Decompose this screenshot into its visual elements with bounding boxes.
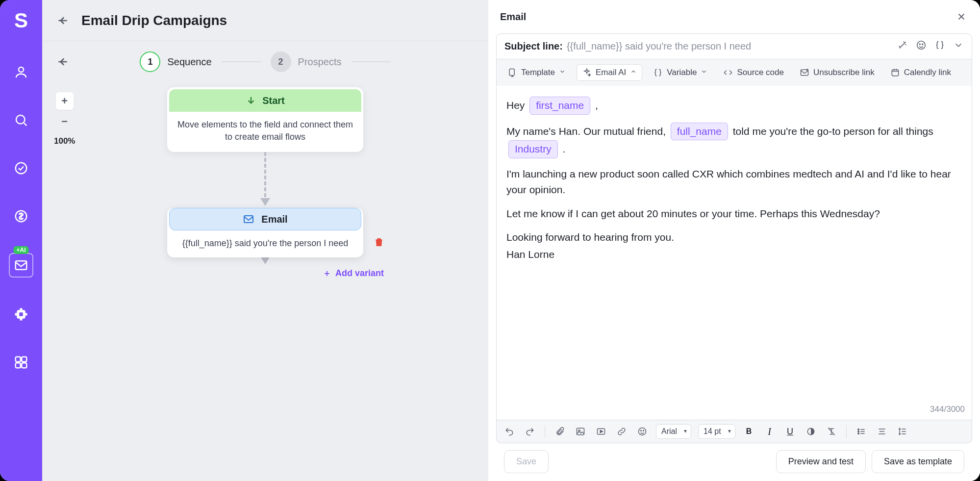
step-2-label: Prospects: [298, 56, 342, 68]
extensions-icon[interactable]: [10, 303, 32, 326]
nav-rail-items: +AI: [9, 61, 33, 374]
undo-button[interactable]: [503, 425, 516, 438]
separator: [846, 425, 847, 438]
unsubscribe-link-button[interactable]: Unsubscribe link: [795, 65, 879, 80]
page-header: Email Drip Campaigns: [42, 0, 488, 41]
image-button[interactable]: [574, 425, 587, 438]
body-line-3: I'm launching a new product soon called …: [506, 166, 962, 198]
svg-point-2: [16, 163, 27, 174]
editor-header: Email: [488, 0, 980, 33]
step-divider: [222, 61, 261, 62]
connector-arrow-small: [260, 256, 270, 264]
calendly-link-button[interactable]: Calendly link: [885, 65, 956, 80]
bold-button[interactable]: B: [742, 425, 756, 438]
step-2-number: 2: [271, 51, 291, 72]
line-height-button[interactable]: [896, 425, 909, 438]
italic-button[interactable]: I: [763, 425, 777, 438]
save-template-button[interactable]: Save as template: [872, 450, 964, 473]
body-line-2b: told me you're the go-to person for all …: [733, 126, 933, 137]
emoji-icon[interactable]: [916, 40, 927, 53]
redo-button[interactable]: [523, 425, 537, 438]
save-button[interactable]: Save: [504, 450, 549, 473]
template-button[interactable]: Template: [503, 65, 571, 80]
step-1-number: 1: [140, 51, 160, 72]
chevron-down-icon[interactable]: [953, 40, 964, 53]
format-toolbar: Arial 14 pt B I U: [496, 420, 972, 443]
link-button[interactable]: [615, 425, 628, 438]
variable-button[interactable]: Variable: [648, 65, 712, 80]
emoji-button[interactable]: [635, 425, 649, 438]
braces-icon[interactable]: [934, 40, 945, 53]
editor-footer: Save Preview and test Save as template: [496, 443, 972, 473]
svg-point-0: [19, 67, 24, 72]
connector-arrow: [264, 152, 267, 206]
ai-badge: +AI: [13, 246, 28, 254]
email-editor-panel: Email Subject line: {{full_name}} said y…: [488, 0, 980, 481]
email-node-subject: {{full_name}} said you're the person I n…: [167, 232, 363, 257]
separator: [545, 425, 545, 438]
font-size-select[interactable]: 14 pt: [698, 424, 735, 439]
svg-rect-4: [16, 261, 27, 270]
body-line-2c: .: [563, 143, 566, 154]
footer-right: Preview and test Save as template: [776, 450, 964, 473]
video-button[interactable]: [594, 425, 608, 438]
email-node-wrap: Email {{full_name}} said you're the pers…: [167, 206, 363, 257]
svg-point-10: [917, 41, 926, 50]
profile-icon[interactable]: [10, 61, 32, 83]
font-family-select[interactable]: Arial: [656, 424, 691, 439]
email-node[interactable]: Email {{full_name}} said you're the pers…: [167, 208, 363, 257]
svg-point-20: [641, 430, 642, 431]
close-panel-button[interactable]: [955, 10, 968, 24]
email-ai-button[interactable]: Email AI: [577, 64, 642, 81]
body-line-6: Han Lorne: [506, 247, 962, 263]
billing-icon[interactable]: [10, 205, 32, 228]
add-variant-label: Add variant: [335, 268, 384, 278]
body-line-2a: My name's Han. Our mutual friend,: [506, 126, 669, 137]
chevron-down-icon: [701, 68, 707, 77]
underline-button[interactable]: U: [783, 425, 797, 438]
apps-grid-icon[interactable]: [10, 351, 32, 374]
zoom-level: 100%: [54, 136, 75, 146]
nav-rail: S +AI: [0, 0, 42, 481]
variable-token-first-name[interactable]: first_name: [529, 97, 590, 115]
magic-wand-icon[interactable]: [897, 40, 908, 53]
step-back-button[interactable]: [53, 52, 72, 71]
step-prospects[interactable]: 2 Prospects: [271, 51, 342, 72]
preview-button[interactable]: Preview and test: [776, 450, 866, 473]
logo-icon[interactable]: S: [14, 9, 28, 32]
body-line-4: Let me know if I can get about 20 minute…: [506, 206, 962, 222]
svg-rect-7: [16, 363, 21, 368]
app-root: S +AI: [0, 0, 980, 481]
email-campaigns-icon[interactable]: +AI: [9, 253, 33, 278]
svg-point-12: [922, 44, 923, 45]
search-icon[interactable]: [10, 109, 32, 131]
variable-token-full-name[interactable]: full_name: [671, 123, 728, 141]
svg-point-1: [16, 115, 25, 124]
text-color-button[interactable]: [804, 425, 818, 438]
email-content-editor[interactable]: Hey first_name , My name's Han. Our mutu…: [496, 86, 972, 420]
source-code-button[interactable]: Source code: [718, 65, 788, 80]
list-bullet-button[interactable]: [854, 425, 868, 438]
start-node-head: Start: [169, 89, 361, 112]
add-variant-button[interactable]: ＋ Add variant: [323, 267, 384, 279]
svg-rect-15: [892, 70, 898, 76]
back-button[interactable]: [53, 11, 72, 30]
subject-actions: [897, 40, 964, 53]
editor-toolbar: Template Email AI Variable Source code: [496, 59, 972, 86]
step-sequence[interactable]: 1 Sequence: [140, 51, 211, 72]
editor-title: Email: [500, 11, 526, 23]
chevron-up-icon: [630, 68, 637, 77]
subject-row[interactable]: Subject line: {{full_name}} said you're …: [496, 33, 972, 59]
variable-label: Variable: [667, 68, 697, 77]
check-circle-icon[interactable]: [10, 157, 32, 179]
align-button[interactable]: [875, 425, 889, 438]
variable-token-industry[interactable]: Industry: [508, 140, 558, 158]
start-node[interactable]: Start Move elements to the field and con…: [167, 87, 363, 152]
canvas-panel: Email Drip Campaigns 1 Sequence 2 Prospe…: [42, 0, 488, 481]
attachment-button[interactable]: [553, 425, 567, 438]
delete-node-button[interactable]: [372, 235, 386, 249]
zoom-in-button[interactable]: +: [56, 92, 74, 110]
clear-format-button[interactable]: [825, 425, 838, 438]
flow-canvas[interactable]: + − 100% Start Move elements to the fiel…: [42, 82, 488, 481]
zoom-out-button[interactable]: −: [56, 113, 74, 130]
